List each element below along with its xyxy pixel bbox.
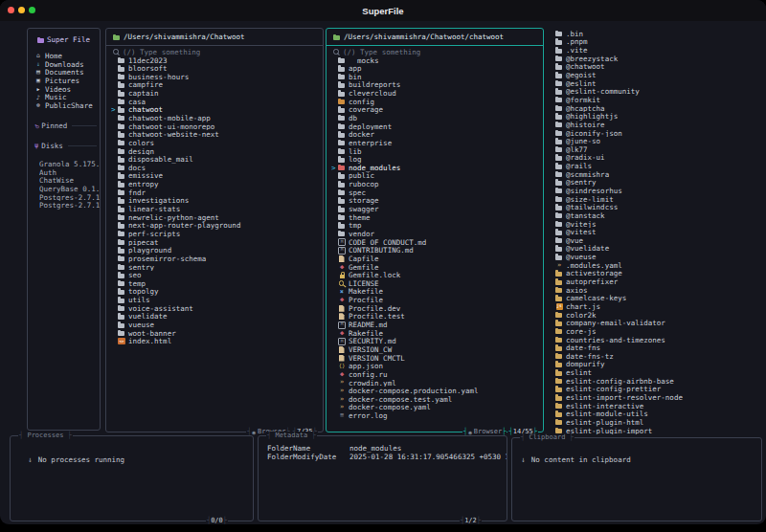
file-row[interactable]: dompurify	[547, 361, 763, 369]
file-row[interactable]: linear-stats	[111, 205, 319, 213]
file-row[interactable]: .modules.yaml	[547, 261, 763, 270]
file-row[interactable]: Gemfile	[331, 263, 539, 272]
file-row[interactable]: @highlightjs	[547, 112, 763, 121]
file-row[interactable]: eslint-interactive	[547, 402, 763, 410]
file-row[interactable]: crowdin.yml	[331, 379, 539, 388]
file-row[interactable]: buildreports	[331, 81, 539, 90]
file-row[interactable]: core-js	[547, 327, 763, 336]
disk-item[interactable]: Granola 5.175.0...	[39, 160, 100, 168]
panel1-path-bar[interactable]: /Users/shivammishra/Chatwoot	[106, 29, 323, 46]
file-row[interactable]: db	[331, 114, 539, 122]
disk-item[interactable]: Postgres-2.7.10...	[39, 201, 100, 210]
panel2-search[interactable]: (/) Type something	[331, 48, 539, 56]
file-row[interactable]: eslint-import-resolver-node	[547, 393, 763, 402]
file-row[interactable]: vueuse	[111, 321, 319, 329]
file-row[interactable]: eslint-config-prettier	[547, 386, 763, 394]
file-row[interactable]: temp	[111, 279, 319, 288]
file-row[interactable]: eslint-module-utils	[547, 410, 763, 418]
file-row[interactable]: playground	[111, 246, 319, 255]
file-row[interactable]: color2k	[547, 311, 763, 320]
file-row[interactable]: perf-scripts	[111, 230, 319, 238]
file-row[interactable]: error.log	[331, 411, 539, 420]
sidebar-nav-item[interactable]: Pictures	[34, 77, 100, 85]
file-row[interactable]: @hcaptcha	[547, 104, 763, 113]
file-row[interactable]: lib	[331, 147, 539, 156]
file-row[interactable]: @formkit	[547, 96, 763, 104]
file-row[interactable]: newrelic-python-agent	[111, 213, 319, 222]
file-row[interactable]: eslint-config-airbnb-base	[547, 377, 763, 386]
file-row[interactable]: Rakefile	[331, 329, 539, 338]
file-row[interactable]: @sindresorhus	[547, 187, 763, 195]
file-row[interactable]: .pnpm	[547, 38, 763, 47]
file-row[interactable]: node_modules	[331, 164, 539, 172]
file-row[interactable]: activestorage	[547, 270, 763, 278]
file-row[interactable]: @histoire	[547, 121, 763, 129]
file-row[interactable]: public	[331, 172, 539, 181]
file-row[interactable]: axios	[547, 286, 763, 295]
file-row[interactable]: docker-compose.yaml	[331, 404, 539, 412]
file-row[interactable]: @tanstack	[547, 211, 763, 220]
file-row[interactable]: vendor	[331, 230, 539, 238]
file-row[interactable]: rubocop	[331, 180, 539, 188]
file-row[interactable]: Procfile.dev	[331, 304, 539, 313]
file-row[interactable]: bin	[331, 73, 539, 81]
file-row[interactable]: date-fns-tz	[547, 352, 763, 361]
file-row[interactable]: docker-compose.production.yaml	[331, 387, 539, 395]
file-row[interactable]: @june-so	[547, 137, 763, 145]
file-row[interactable]: @vitejs	[547, 220, 763, 229]
file-row[interactable]: VERSION_CMCTL	[331, 354, 539, 363]
file-row[interactable]: LICENSE	[331, 279, 539, 288]
panel1-search[interactable]: (/) Type something	[111, 48, 319, 56]
file-row[interactable]: @vitest	[547, 228, 763, 236]
file-row[interactable]: eslint-plugin-html	[547, 418, 763, 427]
file-row[interactable]: autoprefixer	[547, 277, 763, 286]
file-row[interactable]: @scmmishra	[547, 170, 763, 179]
file-row[interactable]: docs	[111, 164, 319, 172]
file-row[interactable]: casa	[111, 98, 319, 106]
file-row[interactable]: VERSION_CW	[331, 345, 539, 354]
file-row[interactable]: eslint	[547, 368, 763, 377]
file-row[interactable]: @lk77	[547, 145, 763, 154]
file-row[interactable]: disposable_mail	[111, 155, 319, 164]
file-row[interactable]: @breezystack	[547, 55, 763, 63]
file-row[interactable]: @rails	[547, 162, 763, 170]
file-row[interactable]: @vue	[547, 236, 763, 245]
file-row[interactable]: @vueuse	[547, 253, 763, 261]
sidebar-nav-item[interactable]: Downloads	[34, 60, 100, 69]
file-row[interactable]: config.ru	[331, 370, 539, 379]
file-row[interactable]: sentry	[111, 263, 319, 272]
file-row[interactable]: colors	[111, 139, 319, 147]
file-row[interactable]: vuelidate	[111, 313, 319, 321]
file-row[interactable]: SECURITY.md	[331, 337, 539, 345]
file-row[interactable]: log	[331, 155, 539, 164]
file-row[interactable]: chart.js	[547, 302, 763, 311]
file-row[interactable]: deployment	[331, 122, 539, 131]
file-row[interactable]: docker-compose.test.yaml	[331, 395, 539, 404]
file-row[interactable]: docker	[331, 130, 539, 139]
file-row[interactable]: @egoist	[547, 71, 763, 79]
file-row[interactable]: @radix-ui	[547, 154, 763, 163]
file-row[interactable]: fndr	[111, 188, 319, 197]
file-row[interactable]: campfire	[111, 81, 319, 90]
sidebar-nav-item[interactable]: Music	[34, 93, 100, 101]
file-row[interactable]: bloorsoft	[111, 64, 319, 73]
file-row[interactable]: countries-and-timezones	[547, 336, 763, 344]
file-row[interactable]: voice-assistant	[111, 304, 319, 313]
file-row[interactable]: CONTRIBUTING.md	[331, 246, 539, 255]
file-row[interactable]: @eslint	[547, 79, 763, 88]
file-row[interactable]: company-email-validator	[547, 319, 763, 327]
file-row[interactable]: eslint-plugin-import	[547, 427, 763, 435]
file-row[interactable]: config	[331, 98, 539, 106]
file-row[interactable]: emissive	[111, 172, 319, 181]
file-row[interactable]: date-fns	[547, 344, 763, 352]
disk-item[interactable]: Auth	[39, 168, 100, 177]
file-row[interactable]: Gemfile.lock	[331, 271, 539, 279]
file-row[interactable]: Procfile	[331, 296, 539, 304]
file-row[interactable]: utils	[111, 296, 319, 304]
file-row[interactable]: investigations	[111, 197, 319, 206]
file-row[interactable]: 11dec2023	[111, 56, 319, 65]
file-row[interactable]: enterprise	[331, 139, 539, 147]
file-row[interactable]: next-app-router-playground	[111, 222, 319, 231]
file-row[interactable]: @size-limit	[547, 195, 763, 204]
file-row[interactable]: topolgy	[111, 288, 319, 297]
